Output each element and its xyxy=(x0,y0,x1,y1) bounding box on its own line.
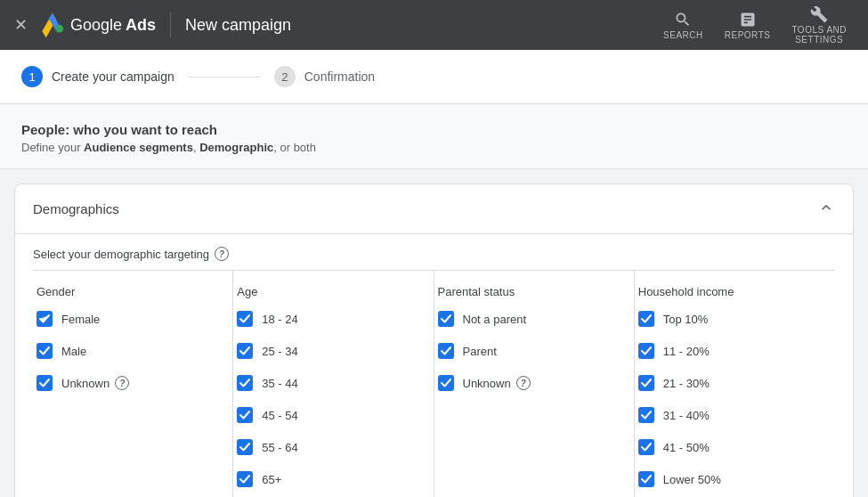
income-2130-label: 21 - 30% xyxy=(663,377,710,390)
check-icon xyxy=(239,314,250,324)
age-column: Age 18 - 24 25 - 34 35 - 44 45 - 54 55 -… xyxy=(233,271,434,497)
gender-female-item: Female xyxy=(33,311,218,327)
parental-notparent-label: Not a parent xyxy=(463,313,527,326)
parental-unknown-help-icon[interactable]: ? xyxy=(516,376,531,390)
gender-unknown-item: Unknown ? xyxy=(33,375,218,391)
logo-icon xyxy=(38,11,67,39)
gender-female-label: Female xyxy=(61,313,100,326)
household-income-column: Household income Top 10% 11 - 20% 21 - 3… xyxy=(635,271,835,497)
age-3544-label: 35 - 44 xyxy=(262,377,297,390)
check-icon xyxy=(441,346,451,356)
age-5564-checkbox[interactable] xyxy=(237,439,253,455)
check-icon xyxy=(39,378,50,388)
nav-tools[interactable]: TOOLS AND SETTINGS xyxy=(784,2,854,48)
check-icon xyxy=(239,378,250,388)
age-4554-item: 45 - 54 xyxy=(233,407,418,423)
check-icon xyxy=(239,346,250,356)
nav-search[interactable]: SEARCH xyxy=(656,7,710,44)
income-2130-checkbox[interactable] xyxy=(638,375,654,391)
check-icon xyxy=(641,346,652,356)
gender-unknown-label: Unknown ? xyxy=(61,376,129,390)
check-icon xyxy=(441,378,451,388)
age-3544-checkbox[interactable] xyxy=(237,375,253,391)
income-lower50-checkbox[interactable] xyxy=(638,471,654,487)
reports-icon xyxy=(739,11,757,29)
demographics-title: Demographics xyxy=(33,201,119,216)
step-1: 1 Create your campaign xyxy=(21,66,174,87)
income-4150-item: 41 - 50% xyxy=(635,439,821,455)
demographics-grid: Gender Female Male Unknown ? xyxy=(33,270,835,497)
step-2-label: Confirmation xyxy=(304,69,375,84)
page-title: New campaign xyxy=(185,16,656,35)
step-1-number: 1 xyxy=(21,66,43,87)
people-title: People: who you want to reach xyxy=(21,122,847,137)
age-2534-label: 25 - 34 xyxy=(262,345,297,358)
collapse-button[interactable] xyxy=(817,199,835,219)
age-65plus-checkbox[interactable] xyxy=(237,471,253,487)
age-2534-item: 25 - 34 xyxy=(233,343,418,359)
check-icon xyxy=(441,314,451,324)
age-4554-label: 45 - 54 xyxy=(262,409,297,422)
close-button[interactable]: ✕ xyxy=(14,15,28,35)
income-lower50-label: Lower 50% xyxy=(663,473,721,486)
income-4150-checkbox[interactable] xyxy=(638,439,654,455)
step-connector xyxy=(189,77,260,77)
income-1120-item: 11 - 20% xyxy=(635,343,821,359)
check-icon xyxy=(641,378,652,388)
step-2-number: 2 xyxy=(274,66,296,87)
demographics-card: Demographics Select your demographic tar… xyxy=(14,183,854,497)
parental-unknown-checkbox[interactable] xyxy=(438,375,454,391)
gender-unknown-checkbox[interactable] xyxy=(37,375,53,391)
check-icon xyxy=(641,410,652,420)
income-3140-checkbox[interactable] xyxy=(638,407,654,423)
chevron-up-icon xyxy=(817,199,835,216)
subtitle-bold1: Audience segments xyxy=(84,141,193,154)
subtitle-end: , or both xyxy=(273,141,316,154)
age-header: Age xyxy=(233,285,418,298)
gender-male-checkbox[interactable] xyxy=(37,343,53,359)
check-icon xyxy=(39,314,50,324)
breadcrumb: 1 Create your campaign 2 Confirmation xyxy=(0,50,868,104)
check-icon xyxy=(239,474,250,485)
nav-tools-label: TOOLS AND SETTINGS xyxy=(791,25,847,45)
nav-reports-label: REPORTS xyxy=(725,30,771,40)
nav-reports[interactable]: REPORTS xyxy=(718,7,778,44)
gender-female-checkbox[interactable] xyxy=(37,311,53,327)
parental-unknown-label: Unknown ? xyxy=(463,376,531,390)
income-4150-label: 41 - 50% xyxy=(663,441,710,454)
age-3544-item: 35 - 44 xyxy=(233,375,418,391)
age-4554-checkbox[interactable] xyxy=(237,407,253,423)
check-icon xyxy=(39,346,50,356)
brand-google: Google xyxy=(70,16,122,35)
step-1-label: Create your campaign xyxy=(52,69,174,84)
income-top10-checkbox[interactable] xyxy=(638,311,654,327)
subtitle-start: Define your xyxy=(21,141,84,154)
nav-search-label: SEARCH xyxy=(663,30,703,40)
people-subtitle: Define your Audience segments, Demograph… xyxy=(21,141,847,154)
check-icon xyxy=(641,314,652,324)
targeting-label-row: Select your demographic targeting ? xyxy=(15,234,853,270)
search-icon xyxy=(674,11,692,29)
age-2534-checkbox[interactable] xyxy=(237,343,253,359)
targeting-label-text: Select your demographic targeting xyxy=(33,248,209,261)
parental-status-column: Parental status Not a parent Parent Unkn… xyxy=(434,271,635,497)
age-1824-label: 18 - 24 xyxy=(262,313,297,326)
income-1120-checkbox[interactable] xyxy=(638,343,654,359)
targeting-help-icon[interactable]: ? xyxy=(215,247,229,261)
age-5564-label: 55 - 64 xyxy=(262,441,297,454)
age-5564-item: 55 - 64 xyxy=(233,439,418,455)
brand-ads: Ads xyxy=(126,16,156,35)
age-1824-checkbox[interactable] xyxy=(237,311,253,327)
parental-notparent-checkbox[interactable] xyxy=(438,311,454,327)
gender-header: Gender xyxy=(33,285,218,298)
unknown-help-icon[interactable]: ? xyxy=(115,376,129,390)
household-income-header: Household income xyxy=(635,285,821,298)
parental-parent-checkbox[interactable] xyxy=(438,343,454,359)
income-1120-label: 11 - 20% xyxy=(663,345,710,358)
google-ads-logo: Google Ads xyxy=(38,11,156,39)
age-1824-item: 18 - 24 xyxy=(233,311,418,327)
parental-parent-item: Parent xyxy=(434,343,620,359)
check-icon xyxy=(239,410,250,420)
header-nav: SEARCH REPORTS TOOLS AND SETTINGS xyxy=(656,2,854,48)
income-top10-label: Top 10% xyxy=(663,313,709,326)
